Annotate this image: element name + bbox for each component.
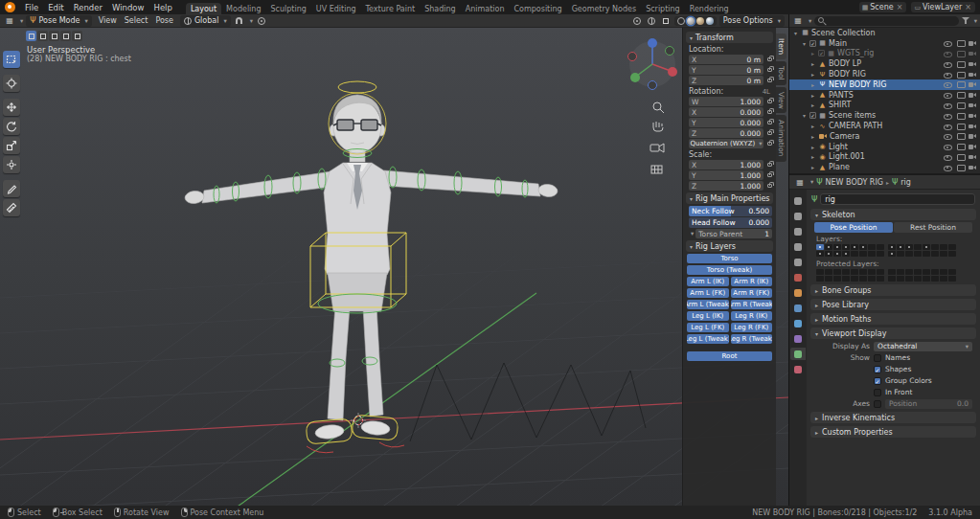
outliner-search-input[interactable]	[814, 16, 958, 26]
outliner-row-scene-items[interactable]: ▾✓▦Scene items	[789, 110, 980, 121]
field-rotation-w[interactable]: W1.000	[689, 97, 763, 106]
outliner-row-body-lp[interactable]: ▸▲BODY LP	[789, 58, 980, 69]
field-location-x[interactable]: X0 m	[689, 55, 763, 64]
layer-cell[interactable]	[897, 251, 904, 257]
lock-icon[interactable]	[767, 163, 772, 167]
select-mode-extend[interactable]	[37, 31, 48, 41]
layer-cell[interactable]	[888, 269, 896, 275]
properties-tab-tool[interactable]	[790, 194, 806, 207]
hide-toggle-icon[interactable]	[943, 122, 952, 131]
layer-cell[interactable]	[816, 244, 824, 250]
expand-icon[interactable]: ▸	[809, 81, 816, 88]
render-disable-toggle-icon[interactable]	[968, 122, 977, 131]
rig-layer-leg-r-tweak[interactable]: Leg R (Tweak)	[731, 334, 773, 344]
properties-tab-world[interactable]	[790, 271, 806, 283]
field-rotation-z[interactable]: Z0.000	[689, 128, 763, 138]
hide-toggle-icon[interactable]	[943, 90, 952, 100]
section-custom-properties[interactable]: ▸Custom Properties	[810, 426, 976, 438]
layer-cell[interactable]	[868, 244, 876, 250]
properties-tab-render[interactable]	[790, 210, 806, 222]
layer-cell[interactable]	[905, 276, 913, 282]
viewport-disable-toggle-icon[interactable]	[955, 152, 965, 162]
layer-cell[interactable]	[914, 276, 922, 282]
viewport-disable-toggle-icon[interactable]	[955, 122, 965, 131]
layer-cell[interactable]	[833, 251, 841, 257]
solid-shading-icon[interactable]	[687, 17, 695, 25]
sidebar-tab-animation[interactable]: Animation	[776, 115, 786, 161]
lock-icon[interactable]	[767, 100, 772, 103]
select-mode-new[interactable]	[26, 31, 36, 41]
lock-icon[interactable]	[767, 142, 772, 146]
skeleton-section-header[interactable]: ▾ Skeleton	[810, 209, 976, 220]
lock-icon[interactable]	[767, 110, 772, 114]
layer-cell[interactable]	[825, 244, 832, 250]
rendered-shading-icon[interactable]	[706, 17, 714, 25]
workspace-tab-animation[interactable]: Animation	[461, 3, 510, 14]
lock-icon[interactable]	[767, 79, 772, 82]
layer-cell[interactable]	[816, 251, 824, 257]
topbar-menu-file[interactable]: File	[20, 3, 43, 12]
hide-toggle-icon[interactable]	[943, 111, 952, 121]
hide-toggle-icon[interactable]	[943, 142, 952, 151]
render-disable-toggle-icon[interactable]	[968, 101, 977, 110]
layer-cell[interactable]	[888, 251, 896, 257]
layer-cell[interactable]	[914, 269, 922, 275]
render-disable-toggle-icon[interactable]	[968, 38, 977, 48]
rig-layer-leg-l-ik[interactable]: Leg L (IK)	[687, 311, 729, 321]
render-disable-toggle-icon[interactable]	[968, 152, 977, 162]
layer-cell[interactable]	[833, 276, 841, 282]
hide-toggle-icon[interactable]	[943, 49, 952, 58]
tool-transform[interactable]	[3, 156, 20, 173]
rig-layer-arm-r-ik[interactable]: Arm R (IK)	[731, 277, 773, 286]
torso-parent-caret-icon[interactable]: ▾	[691, 230, 694, 237]
viewport-disable-toggle-icon[interactable]	[955, 79, 965, 89]
rig-layers-panel-header[interactable]: ▾ Rig Layers	[686, 240, 773, 252]
properties-tab-scene[interactable]	[790, 256, 806, 268]
expand-icon[interactable]: ▸	[809, 102, 816, 108]
select-mode-intersect[interactable]	[72, 31, 82, 41]
scene-unlink-button[interactable]: ×	[896, 3, 904, 11]
layer-cell[interactable]	[859, 276, 867, 282]
layer-cell[interactable]	[859, 269, 867, 275]
outliner-editor-icon[interactable]: ▦	[792, 15, 804, 26]
render-disable-toggle-icon[interactable]	[968, 70, 977, 79]
layer-cell[interactable]	[905, 244, 913, 250]
properties-tab-constraints[interactable]	[790, 332, 806, 345]
layer-cell[interactable]	[923, 244, 930, 250]
viewport-disable-toggle-icon[interactable]	[955, 49, 965, 58]
pose-position-button[interactable]: Pose Position	[814, 222, 893, 233]
outliner-row-main[interactable]: ▾✓▦Main	[789, 38, 980, 49]
layer-cell[interactable]	[842, 244, 850, 250]
section-inverse-kinematics[interactable]: ▸Inverse Kinematics	[810, 412, 976, 423]
render-disable-toggle-icon[interactable]	[968, 142, 977, 151]
layer-cell[interactable]	[931, 251, 939, 257]
viewport-menu-view[interactable]: View	[95, 16, 121, 25]
field-location-z[interactable]: Z0 m	[689, 76, 763, 85]
rig-layer-arm-l-fk[interactable]: Arm L (FK)	[687, 288, 729, 298]
outliner-row-shirt[interactable]: ▸▲SHIRT	[789, 101, 980, 111]
rig-layer-leg-l-fk[interactable]: Leg L (FK)	[687, 323, 729, 332]
names-checkbox[interactable]	[874, 354, 881, 362]
layer-cell[interactable]	[914, 244, 922, 250]
blender-logo-icon[interactable]	[5, 2, 15, 12]
render-disable-toggle-icon[interactable]	[968, 59, 977, 69]
editor-type-icon[interactable]: ▦	[4, 15, 15, 26]
layer-cell[interactable]	[851, 244, 858, 250]
workspace-tab-rendering[interactable]: Rendering	[685, 3, 734, 14]
layer-cell[interactable]	[897, 244, 904, 250]
tool-move[interactable]	[3, 99, 20, 116]
show-overlays-icon[interactable]	[646, 15, 657, 26]
tool-rotate[interactable]	[3, 118, 20, 135]
section-motion-paths[interactable]: ▸Motion Paths	[810, 313, 976, 325]
rig-layer-arm-l-tweak[interactable]: Arm L (Tweak)	[687, 300, 729, 309]
collapse-icon[interactable]: ▾	[801, 40, 808, 47]
gizmo-x-axis[interactable]	[668, 67, 677, 77]
topbar-menu-render[interactable]: Render	[69, 3, 107, 12]
tool-scale[interactable]	[3, 137, 20, 154]
topbar-menu-window[interactable]: Window	[107, 3, 149, 12]
layer-cell[interactable]	[868, 276, 876, 282]
tool-measure[interactable]	[3, 199, 20, 216]
layer-cell[interactable]	[877, 276, 884, 282]
viewport-disable-toggle-icon[interactable]	[955, 142, 965, 151]
snap-magnet-icon[interactable]	[234, 15, 245, 26]
